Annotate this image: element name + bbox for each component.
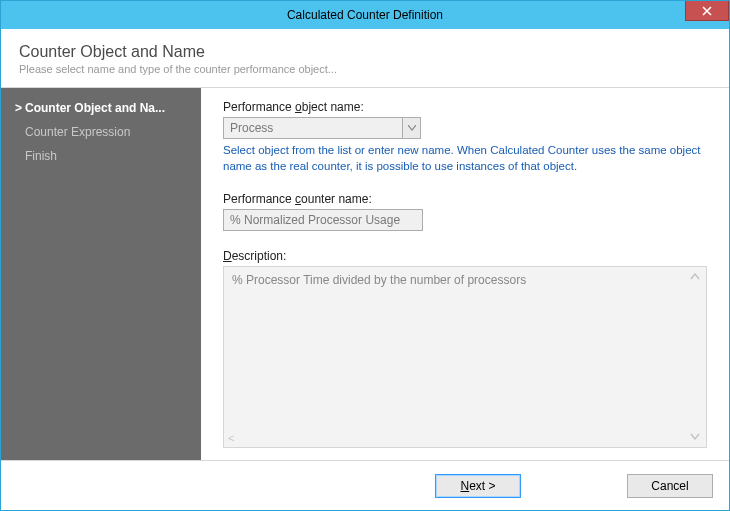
object-name-input[interactable] <box>223 117 403 139</box>
sidebar-item-counter-expression[interactable]: Counter Expression <box>1 120 201 144</box>
sidebar-item-finish[interactable]: Finish <box>1 144 201 168</box>
window-title: Calculated Counter Definition <box>1 8 729 22</box>
sidebar-item-label: Finish <box>25 149 57 163</box>
scroll-up-icon <box>688 270 702 284</box>
scroll-left-icon: < <box>228 432 234 444</box>
object-name-combo[interactable] <box>223 117 707 139</box>
object-name-dropdown-button[interactable] <box>403 117 421 139</box>
counter-name-label: Performance counter name: <box>223 192 707 206</box>
description-text: % Processor Time divided by the number o… <box>232 273 526 287</box>
page-title: Counter Object and Name <box>19 43 711 61</box>
scroll-down-icon <box>688 430 702 444</box>
chevron-down-icon <box>408 125 416 131</box>
description-textarea[interactable]: % Processor Time divided by the number o… <box>223 266 707 448</box>
close-icon <box>702 6 712 16</box>
form-content: Performance object name: Select object f… <box>201 88 729 460</box>
page-subtitle: Please select name and type of the count… <box>19 63 711 75</box>
object-name-hint: Select object from the list or enter new… <box>223 143 707 174</box>
body-area: >Counter Object and Na... Counter Expres… <box>1 88 729 460</box>
footer-buttons: Next > Cancel <box>1 460 729 510</box>
cancel-button[interactable]: Cancel <box>627 474 713 498</box>
object-name-label: Performance object name: <box>223 100 707 114</box>
counter-name-input[interactable] <box>223 209 423 231</box>
sidebar-active-marker: > <box>15 101 25 115</box>
description-label: Description: <box>223 249 707 263</box>
sidebar-item-counter-object[interactable]: >Counter Object and Na... <box>1 96 201 120</box>
header-area: Counter Object and Name Please select na… <box>1 29 729 88</box>
sidebar-item-label: Counter Expression <box>25 125 130 139</box>
dialog-window: Calculated Counter Definition Counter Ob… <box>0 0 730 511</box>
sidebar-item-label: Counter Object and Na... <box>25 101 165 115</box>
next-button[interactable]: Next > <box>435 474 521 498</box>
close-button[interactable] <box>685 1 729 21</box>
titlebar: Calculated Counter Definition <box>1 1 729 29</box>
wizard-sidebar: >Counter Object and Na... Counter Expres… <box>1 88 201 460</box>
